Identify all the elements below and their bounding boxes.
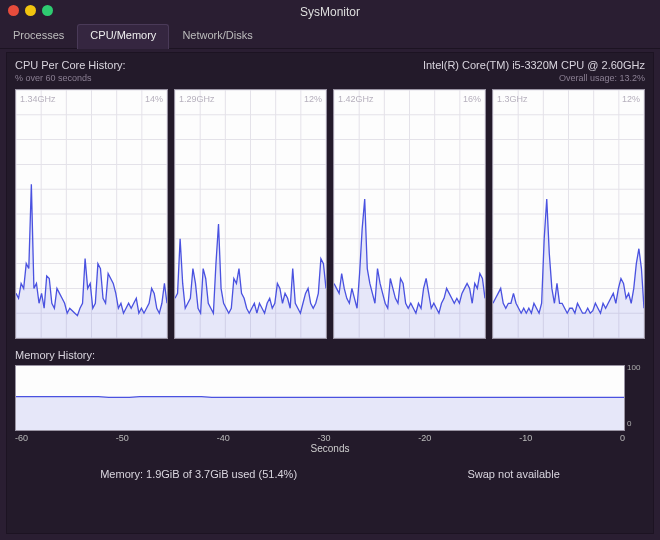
- xtick: -40: [217, 433, 230, 443]
- tab-bar: Processes CPU/Memory Network/Disks: [0, 24, 660, 49]
- core0-pct: 14%: [145, 94, 163, 104]
- tab-cpu-memory[interactable]: CPU/Memory: [77, 24, 169, 49]
- minimize-icon[interactable]: [25, 5, 36, 16]
- mem-y-bot: 0: [627, 419, 645, 428]
- cpu-heading: CPU Per Core History:: [15, 59, 126, 71]
- memory-area: 100 0 -60 -50 -40 -30 -20 -10 0 Seconds: [15, 365, 645, 454]
- xtick: 0: [620, 433, 625, 443]
- core3-freq: 1.3GHz: [497, 94, 528, 104]
- xtick: -60: [15, 433, 28, 443]
- tab-network-disks[interactable]: Network/Disks: [169, 24, 265, 49]
- close-icon[interactable]: [8, 5, 19, 16]
- core0-svg: [16, 90, 167, 338]
- content: CPU Per Core History: Intel(R) Core(TM) …: [6, 52, 654, 534]
- core2-pct: 16%: [463, 94, 481, 104]
- x-axis-label: Seconds: [15, 443, 645, 454]
- memory-chart: [15, 365, 625, 431]
- maximize-icon[interactable]: [42, 5, 53, 16]
- cpu-model: Intel(R) Core(TM) i5-3320M CPU @ 2.60GHz: [423, 59, 645, 71]
- tab-processes[interactable]: Processes: [0, 24, 77, 49]
- core2-svg: [334, 90, 485, 338]
- cpu-overall: Overall usage: 13.2%: [559, 73, 645, 83]
- xtick: -30: [317, 433, 330, 443]
- xtick: -10: [519, 433, 532, 443]
- cpu-charts: 1.34GHz 14% 1.29GHz 12% 1.42GHz 16% 1.3G…: [15, 89, 645, 339]
- titlebar: SysMonitor: [0, 0, 660, 24]
- xtick: -50: [116, 433, 129, 443]
- memory-heading: Memory History:: [15, 349, 645, 361]
- core2-freq: 1.42GHz: [338, 94, 374, 104]
- cpu-core-1-chart: 1.29GHz 12%: [174, 89, 327, 339]
- swap-summary: Swap not available: [467, 468, 559, 480]
- x-axis-ticks: -60 -50 -40 -30 -20 -10 0: [15, 433, 625, 443]
- cpu-sublabel: % over 60 seconds: [15, 73, 92, 83]
- core1-svg: [175, 90, 326, 338]
- core1-pct: 12%: [304, 94, 322, 104]
- cpu-core-3-chart: 1.3GHz 12%: [492, 89, 645, 339]
- memory-summary: Memory: 1.9GiB of 3.7GiB used (51.4%): [100, 468, 297, 480]
- core3-svg: [493, 90, 644, 338]
- cpu-core-0-chart: 1.34GHz 14%: [15, 89, 168, 339]
- core0-freq: 1.34GHz: [20, 94, 56, 104]
- cpu-core-2-chart: 1.42GHz 16%: [333, 89, 486, 339]
- xtick: -20: [418, 433, 431, 443]
- window: SysMonitor Processes CPU/Memory Network/…: [0, 0, 660, 540]
- footer: Memory: 1.9GiB of 3.7GiB used (51.4%) Sw…: [15, 468, 645, 480]
- app-title: SysMonitor: [0, 5, 660, 19]
- core3-pct: 12%: [622, 94, 640, 104]
- memory-svg: [16, 366, 624, 430]
- window-controls: [8, 5, 53, 16]
- core1-freq: 1.29GHz: [179, 94, 215, 104]
- mem-y-top: 100: [627, 363, 645, 372]
